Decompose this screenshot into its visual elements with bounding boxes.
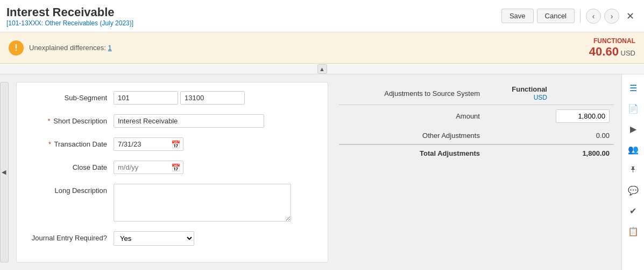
required-star-date: * <box>48 140 51 148</box>
short-desc-input[interactable] <box>114 114 264 128</box>
close-date-label: Close Date <box>27 161 114 171</box>
main-content: ◀ Sub-Segment * Short Description * Tran… <box>0 74 644 270</box>
collapse-bar[interactable]: ▲ <box>0 64 644 74</box>
adj-functional-col: Functional USD <box>484 82 551 105</box>
page-title: Interest Receivable <box>6 5 133 19</box>
journal-entry-select[interactable]: Yes No <box>114 231 194 246</box>
close-date-wrapper: 📅 <box>114 161 183 174</box>
adjustments-table: Adjustments to Source System Functional … <box>339 82 614 162</box>
total-adj-row: Total Adjustments 1,800.00 <box>339 145 614 162</box>
unexplained-link[interactable]: 1 <box>108 44 111 52</box>
amount-row: Amount <box>339 105 614 127</box>
document-sidebar-icon[interactable]: 📄 <box>624 99 642 117</box>
header-actions: Save Cancel ‹ › ✕ <box>501 9 638 24</box>
other-adj-row: Other Adjustments 0.00 <box>339 127 614 144</box>
banner-left: ! Unexplained differences: 1 <box>9 40 112 56</box>
sub-segment-label: Sub-Segment <box>27 91 114 102</box>
short-desc-label: * Short Description <box>27 114 114 125</box>
warning-banner: ! Unexplained differences: 1 FUNCTIONAL … <box>0 32 644 64</box>
long-desc-row: Long Description <box>27 184 317 221</box>
header-left: Interest Receivable [101-13XXX: Other Re… <box>6 5 133 27</box>
transaction-date-row: * Transaction Date 📅 <box>27 137 317 151</box>
sub-segment-input-2[interactable] <box>180 91 245 105</box>
transaction-date-label: * Transaction Date <box>27 137 114 148</box>
other-adj-value: 0.00 <box>551 127 614 144</box>
transaction-date-input[interactable] <box>114 137 183 151</box>
adj-header-row: Adjustments to Source System Functional … <box>339 82 614 105</box>
required-star-short-desc: * <box>48 117 51 125</box>
cancel-button[interactable]: Cancel <box>537 9 575 23</box>
divider <box>580 10 581 23</box>
unexplained-label: Unexplained differences: <box>29 44 106 52</box>
close-button[interactable]: ✕ <box>622 9 638 24</box>
journal-entry-label: Journal Entry Required? <box>27 231 114 242</box>
close-date-input[interactable] <box>114 161 183 174</box>
right-sidebar: ☰ 📄 ▶ 👥 🖈 💬 ✔ 📋 <box>621 74 644 270</box>
sub-segment-input-1[interactable] <box>114 91 178 105</box>
functional-currency: USD <box>621 49 635 57</box>
adjustments-area: Adjustments to Source System Functional … <box>328 74 621 270</box>
people-sidebar-icon[interactable]: 👥 <box>624 140 642 158</box>
sub-segment-inputs <box>114 91 245 105</box>
banner-text: Unexplained differences: 1 <box>29 44 112 52</box>
attachment-sidebar-icon[interactable]: 🖈 <box>624 161 642 179</box>
comment-sidebar-icon[interactable]: 💬 <box>624 181 642 199</box>
book-sidebar-icon[interactable]: 📋 <box>624 222 642 240</box>
save-button[interactable]: Save <box>501 9 534 23</box>
journal-entry-row: Journal Entry Required? Yes No <box>27 231 317 246</box>
long-desc-input[interactable] <box>114 184 291 221</box>
amount-label: Amount <box>339 105 484 127</box>
collapse-trigger[interactable]: ▲ <box>317 64 327 74</box>
long-desc-label: Long Description <box>27 184 114 195</box>
banner-right: FUNCTIONAL 40.60 USD <box>589 37 635 59</box>
other-adj-label: Other Adjustments <box>339 127 484 144</box>
close-date-row: Close Date 📅 <box>27 161 317 174</box>
total-adj-label: Total Adjustments <box>339 145 484 162</box>
functional-label: FUNCTIONAL <box>589 37 635 45</box>
adj-source-label: Adjustments to Source System <box>339 82 484 105</box>
warning-icon: ! <box>9 40 24 56</box>
short-desc-row: * Short Description <box>27 114 317 128</box>
functional-amount: 40.60 <box>589 45 619 58</box>
sub-segment-row: Sub-Segment <box>27 91 317 105</box>
play-sidebar-icon[interactable]: ▶ <box>624 120 642 138</box>
prev-nav-button[interactable]: ‹ <box>586 9 601 24</box>
transaction-date-wrapper: 📅 <box>114 137 183 151</box>
total-adj-value: 1,800.00 <box>551 145 614 162</box>
list-sidebar-icon[interactable]: ☰ <box>624 79 642 97</box>
form-area: Sub-Segment * Short Description * Transa… <box>16 82 328 262</box>
amount-input[interactable] <box>556 109 610 123</box>
page-subtitle: [101-13XXX: Other Receivables (July 2023… <box>6 19 133 27</box>
top-header: Interest Receivable [101-13XXX: Other Re… <box>0 0 644 32</box>
left-panel-toggle[interactable]: ◀ <box>0 82 9 262</box>
checklist-sidebar-icon[interactable]: ✔ <box>624 202 642 220</box>
next-nav-button[interactable]: › <box>604 9 619 24</box>
